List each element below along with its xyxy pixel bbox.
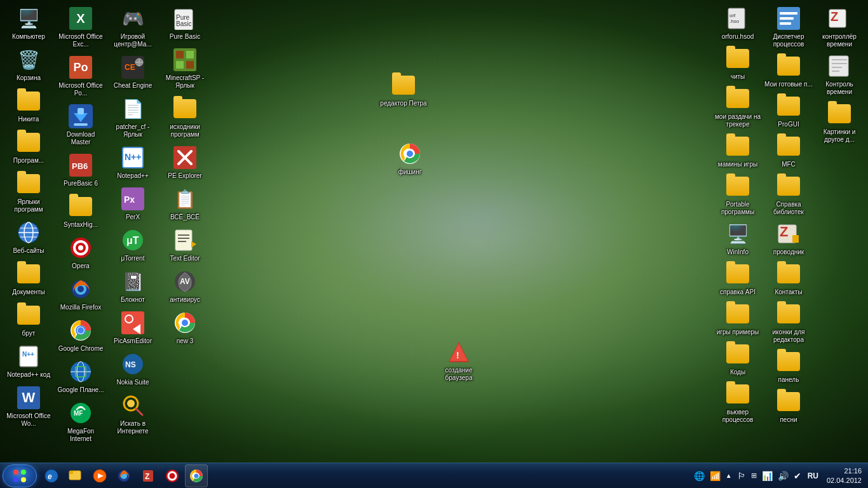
shortcuts-label: Ярлыки программ	[4, 198, 53, 214]
controller-time-label: контроллёр времени	[815, 33, 864, 48]
desktop-icon-utorrent[interactable]: μT μTorrent	[107, 225, 158, 265]
taskbar-firefox[interactable]	[112, 464, 135, 487]
desktop-icon-vse-vse[interactable]: 📋 ВСЁ_ВСЁ	[159, 184, 210, 224]
text-editor-icon	[172, 227, 198, 253]
desktop-icon-pure-basic[interactable]: Pure Basic Pure Basic	[159, 3, 210, 43]
desktop-icon-syntaxhig[interactable]: SyntaxHig...	[55, 191, 106, 231]
desktop-icon-pe-explorer[interactable]: PE Explorer	[159, 142, 210, 182]
taskbar-chrome[interactable]	[185, 464, 208, 487]
desktop-icon-shortcuts[interactable]: Ярлыки программ	[3, 168, 54, 216]
desktop-icon-my-tracker[interactable]: мои раздачи на трекере	[712, 83, 763, 131]
desktop-icon-opera[interactable]: Opera	[55, 233, 106, 273]
taskbar-language[interactable]: RU	[805, 470, 821, 482]
svg-text:MF: MF	[74, 410, 83, 417]
taskbar-media-player[interactable]	[88, 464, 111, 487]
desktop-icon-programs[interactable]: Програм...	[3, 127, 54, 167]
opera-icon	[68, 235, 93, 261]
desktop-icon-portable[interactable]: Portable программы	[712, 171, 763, 219]
taskbar-ie[interactable]: e	[40, 464, 63, 487]
desktop-icon-provodnik[interactable]: Z проводник	[763, 219, 814, 259]
desktop-icon-my-ready[interactable]: Мои готовые п...	[763, 51, 814, 91]
taskbar-zipper[interactable]: Z	[137, 464, 159, 487]
notepadpp-code-label: Notepad++ код	[7, 371, 50, 379]
start-button[interactable]	[3, 464, 37, 487]
desktop-icon-progui[interactable]: ProGUI	[763, 91, 814, 131]
svg-text:Z: Z	[145, 472, 149, 481]
desktop-icon-msppt[interactable]: Po Microsoft Office Po...	[55, 52, 106, 100]
svg-point-96	[21, 477, 26, 482]
desktop-icon-search-internet[interactable]: Искать в Интернете	[107, 390, 158, 438]
wininfo-icon: 🖥️	[725, 221, 750, 247]
taskbar-opera[interactable]	[161, 464, 184, 487]
desktop-icon-chrome[interactable]: Google Chrome	[55, 315, 106, 355]
desktop-icon-controller-time[interactable]: Z контроллёр времени	[814, 3, 865, 51]
minecraft-icon	[172, 47, 198, 72]
desktop-icon-phishing[interactable]: фишинг	[384, 139, 435, 179]
taskbar-arrow-icon[interactable]: ▲	[724, 471, 733, 480]
taskbar-shield-icon[interactable]: ✔	[792, 470, 803, 482]
desktop-icon-time-control[interactable]: Контроль времени	[814, 51, 865, 98]
taskbar-explorer[interactable]	[64, 464, 87, 487]
desktop-icon-download-master[interactable]: Download Master	[55, 101, 106, 149]
desktop-icon-antivirus[interactable]: AV антивирус	[159, 266, 210, 306]
progui-label: ProGUI	[778, 121, 799, 128]
desktop-icon-pictures-other[interactable]: Картинки и другое д...	[814, 98, 865, 146]
taskbar-clock[interactable]: 21:16 02.04.2012	[824, 466, 862, 485]
desktop-icon-nokia-suite[interactable]: NS Nokia Suite	[107, 349, 158, 389]
desktop-icon-chitat[interactable]: читы	[712, 43, 763, 83]
desktop-icon-firefox[interactable]: Mozilla Firefox	[55, 274, 106, 314]
desktop-icon-notepadpp-code[interactable]: N++ Notepad++ код	[3, 341, 54, 381]
desktop-icon-computer[interactable]: 🖥️ Компьютер	[3, 3, 54, 43]
desktop-icon-redaktor-petra[interactable]: редактор Петра	[378, 70, 429, 110]
desktop-icon-cheat-engine[interactable]: CE Cheat Engine	[107, 52, 158, 92]
desktop-icon-recycle[interactable]: 🗑️ Корзина	[3, 44, 54, 85]
desktop-icon-nikita[interactable]: Никита	[3, 86, 54, 126]
icons-editor-folder-icon	[776, 301, 801, 327]
taskbar-flag-icon[interactable]: 🏳	[736, 470, 747, 482]
desktop-icon-game-center[interactable]: 🎮 Игровой центр@Ма...	[107, 3, 158, 51]
svg-rect-53	[176, 51, 184, 58]
taskbar-volume-icon[interactable]: 🔊	[776, 470, 790, 482]
desktop-icon-games-examples[interactable]: игры примеры	[712, 299, 763, 339]
documents-folder-icon	[16, 261, 41, 287]
desktop-icon-new3[interactable]: new 3	[159, 308, 210, 348]
desktop-icon-library-help[interactable]: Справка библиотек	[763, 171, 814, 219]
desktop-icon-msexcel[interactable]: X Microsoft Office Exc...	[55, 3, 106, 51]
desktop-icon-documents[interactable]: Документы	[3, 259, 54, 299]
desktop-icon-mamy-games[interactable]: мамины игры	[712, 131, 763, 171]
desktop-icon-mfc[interactable]: MFC	[763, 131, 814, 171]
desktop-icon-websites[interactable]: Веб-сайты	[3, 217, 54, 257]
taskbar-network2-icon[interactable]: ⊞	[750, 470, 758, 481]
desktop-icon-spravka-api[interactable]: справка API	[712, 259, 763, 299]
desktop-icon-megafon[interactable]: MF MegaFon Internet	[55, 398, 106, 445]
game-center-label: Игровой центр@Ма...	[109, 33, 157, 48]
desktop-icon-notepad[interactable]: 📓 Блокнот	[107, 266, 158, 306]
desktop-icon-msword[interactable]: W Microsoft Office Wo...	[3, 383, 54, 430]
desktop-icon-wininfo[interactable]: 🖥️ WinInfo	[712, 219, 763, 259]
taskbar-wifi-icon[interactable]: 📶	[709, 470, 722, 482]
desktop-icon-sources[interactable]: исходники программ	[159, 93, 210, 141]
desktop-icon-google-earth[interactable]: Google Плане...	[55, 356, 106, 396]
desktop-icon-text-editor[interactable]: Text Editor	[159, 225, 210, 265]
desktop-icon-perx[interactable]: Px PerX	[107, 184, 158, 224]
desktop-icon-viewer[interactable]: вьювер процессов	[712, 379, 763, 426]
desktop-icon-contacts[interactable]: Контакты	[763, 259, 814, 299]
panel-folder-icon	[776, 349, 801, 374]
desktop-icon-songs[interactable]: песни	[763, 386, 814, 426]
desktop-icon-notepadpp2[interactable]: N++ Notepad++	[107, 142, 158, 182]
desktop-icon-minecraft[interactable]: MinecraftSP - Ярлык	[159, 44, 210, 92]
desktop-icon-picasmeditor[interactable]: PicAsmEditor	[107, 308, 158, 348]
desktop-icon-patcher[interactable]: 📄 patcher_cf - Ярлык	[107, 93, 158, 141]
desktop-icon-panel[interactable]: панель	[763, 346, 814, 386]
desktop-icon-orforu[interactable]: orf .hso orforu.hsod	[712, 3, 763, 43]
desktop-icon-create-browser[interactable]: ! создание браузера	[433, 337, 484, 384]
desktop-icon-task-manager[interactable]: Диспетчер процессов	[763, 3, 814, 51]
desktop-icon-icons-editor[interactable]: иконки для редактора	[763, 299, 814, 346]
desktop-icon-brute[interactable]: брут	[3, 300, 54, 340]
desktop-icon-purebasic[interactable]: PB6 PureBasic 6	[55, 150, 106, 190]
picasmeditor-icon	[120, 310, 146, 336]
taskbar-network-icon[interactable]: 🌐	[693, 470, 706, 482]
desktop-icon-kody[interactable]: Коды	[712, 339, 763, 379]
taskbar-signal-icon[interactable]: 📊	[761, 470, 774, 482]
kody-label: Коды	[730, 369, 745, 376]
